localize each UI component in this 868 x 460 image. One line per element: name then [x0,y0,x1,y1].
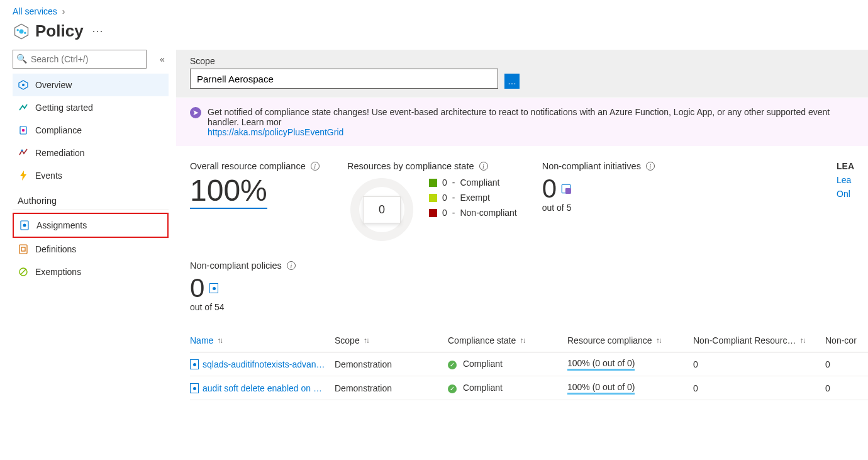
overall-compliance-label: Overall resource compliance [190,161,306,171]
compliance-donut-chart: 0 [347,175,416,244]
column-header-name[interactable]: Name↑↓ [190,335,335,345]
sidebar-item-definitions[interactable]: Definitions [13,238,169,261]
row-scope: Demonstration [335,383,448,393]
legend-item-exempt: 0-Exempt [429,193,517,203]
search-input[interactable] [13,50,147,69]
sidebar-item-compliance[interactable]: Compliance [13,119,169,142]
sidebar-item-label: Compliance [35,125,82,135]
svg-point-1 [19,29,24,33]
overall-compliance-value: 100% [190,175,267,209]
sidebar-item-label: Assignments [36,220,87,230]
table-row[interactable]: audit soft delete enabled on … Demonstra… [190,376,868,400]
sidebar-item-label: Exemptions [35,267,81,277]
policy-file-icon [190,383,199,393]
chevron-right-icon: › [62,6,65,16]
main-content: Scope … ➤ Get notified of compliance sta… [176,50,868,453]
non-compliant-policies-sub: out of 54 [190,302,296,312]
column-header-compliance-state[interactable]: Compliance state↑↓ [448,335,567,345]
remediation-icon [18,147,29,159]
row-compliance-state: ✓ Compliant [448,383,567,393]
row-non-compliant-resources: 0 [693,359,825,369]
legend-item-noncompliant: 0-Non-compliant [429,208,517,218]
banner-text: Get notified of compliance state changes… [208,107,830,127]
learn-link-2[interactable]: Onl [837,189,854,199]
rocket-icon: ➤ [187,104,203,120]
swatch-noncompliant [429,209,437,217]
scope-bar: Scope … [176,50,868,98]
sidebar-item-label: Events [35,171,62,181]
compliance-table: Name↑↓ Scope↑↓ Compliance state↑↓ Resour… [190,328,868,400]
info-icon[interactable]: i [479,162,488,171]
svg-point-3 [24,31,26,34]
svg-rect-16 [565,188,571,194]
getting-started-icon [18,102,29,113]
row-resource-compliance: 100% (0 out of 0) [567,358,693,371]
info-icon[interactable]: i [311,162,320,171]
sidebar-item-remediation[interactable]: Remediation [13,142,169,164]
svg-rect-11 [19,245,27,254]
non-compliant-policies-value: 0 [190,274,204,302]
events-icon [18,170,29,181]
row-compliance-state: ✓ Compliant [448,359,567,369]
svg-rect-12 [21,247,25,251]
svg-line-14 [21,269,26,274]
svg-point-2 [16,28,19,31]
scope-input[interactable] [190,69,498,89]
row-name-link[interactable]: sqlads-auditifnotexists-advan… [190,359,328,369]
table-header-row: Name↑↓ Scope↑↓ Compliance state↑↓ Resour… [190,328,868,352]
search-icon: 🔍 [16,53,27,64]
initiative-icon [560,183,572,194]
non-compliant-initiatives-sub: out of 5 [542,203,655,213]
column-header-scope[interactable]: Scope↑↓ [335,335,448,345]
learn-link-1[interactable]: Lea [837,175,854,185]
assignments-icon [19,220,30,231]
row-resource-compliance: 100% (0 out of 0) [567,382,693,395]
legend-item-compliant: 0-Compliant [429,177,517,188]
svg-point-5 [22,84,25,86]
breadcrumb: All services › [0,0,868,19]
sidebar-group-authoring: Authoring [13,187,169,210]
sidebar-item-events[interactable]: Events [13,164,169,187]
sidebar-item-assignments[interactable]: Assignments [14,214,167,237]
page-title: Policy [35,21,84,41]
column-header-non-compliant-resources[interactable]: Non-Compliant Resourc…↑↓ [693,335,825,345]
collapse-sidebar-button[interactable]: « [156,54,169,64]
sidebar-item-exemptions[interactable]: Exemptions [13,261,169,283]
sidebar-item-getting-started[interactable]: Getting started [13,96,169,119]
definitions-icon [18,244,29,255]
policy-file-icon [190,359,199,369]
banner-link[interactable]: https://aka.ms/policyPlusEventGrid [208,127,343,137]
compliant-check-icon: ✓ [448,384,457,393]
breadcrumb-all-services[interactable]: All services [13,6,57,16]
svg-point-10 [23,224,26,227]
row-name-link[interactable]: audit soft delete enabled on … [190,383,328,393]
sidebar-item-label: Remediation [35,148,85,158]
learn-more-heading: LEA [837,161,854,171]
non-compliant-initiatives-value: 0 [542,175,557,203]
sidebar-item-label: Definitions [35,244,76,254]
info-icon[interactable]: i [646,162,655,171]
sidebar-item-label: Overview [35,80,72,90]
compliant-check-icon: ✓ [448,361,457,369]
row-tail: 0 [825,383,868,393]
row-scope: Demonstration [335,359,448,369]
compliance-icon [18,125,29,136]
info-icon[interactable]: i [287,261,296,270]
donut-center-value: 0 [363,196,401,223]
page-header: Policy ··· [0,19,868,50]
exemptions-icon [18,266,29,278]
column-header-resource-compliance[interactable]: Resource compliance↑↓ [567,335,693,345]
non-compliant-policies-label: Non-compliant policies [190,261,282,271]
svg-point-7 [22,129,25,132]
more-actions-button[interactable]: ··· [92,25,104,38]
sidebar-item-overview[interactable]: Overview [13,74,169,96]
row-tail: 0 [825,359,868,369]
scope-picker-button[interactable]: … [504,74,520,89]
overview-icon [18,79,29,91]
swatch-compliant [429,179,437,187]
column-header-tail[interactable]: Non-cor [825,335,868,345]
notification-banner: ➤ Get notified of compliance state chang… [176,98,868,146]
sidebar-item-label: Getting started [35,103,93,113]
table-row[interactable]: sqlads-auditifnotexists-advan… Demonstra… [190,352,868,376]
policy-service-icon [13,23,30,40]
